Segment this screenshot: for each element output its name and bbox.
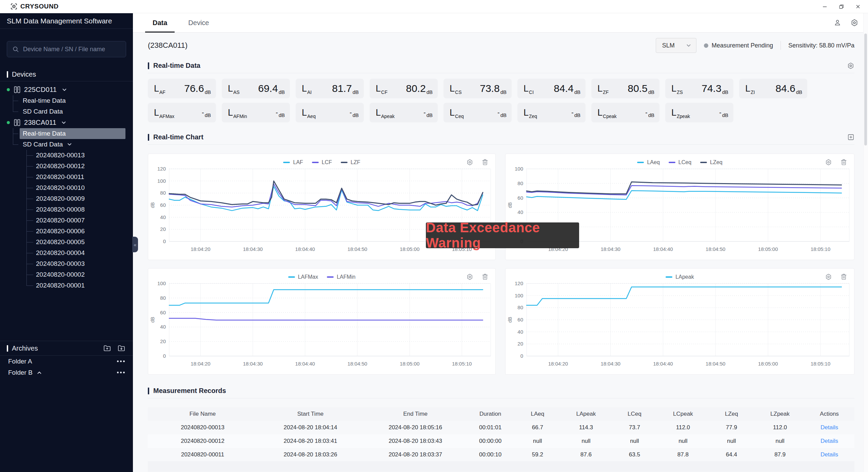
device-node-225CD011[interactable]: 225CD011 — [0, 84, 133, 95]
device-child-real-time-data[interactable]: Real-time Data — [13, 95, 133, 106]
file-item[interactable]: 20240820-00013 — [26, 150, 133, 161]
folder-more-icon[interactable] — [117, 372, 125, 373]
window-titlebar: CRYSOUND — [0, 0, 868, 13]
chevron-down-icon[interactable] — [67, 142, 72, 147]
svg-text:dB: dB — [150, 317, 155, 322]
file-item[interactable]: 20240820-00008 — [26, 204, 133, 215]
window-controls — [822, 4, 861, 9]
search-icon — [13, 46, 19, 53]
legend-item-LAeq[interactable]: LAeq — [637, 159, 659, 165]
chart-delete-icon[interactable] — [481, 273, 489, 280]
chart-delete-icon[interactable] — [840, 159, 847, 166]
archive-folder[interactable]: Folder A — [0, 356, 133, 367]
scrollbar-track[interactable] — [863, 13, 868, 472]
chart-delete-icon[interactable] — [840, 273, 847, 280]
file-item[interactable]: 20240820-00006 — [26, 226, 133, 237]
chevron-down-icon[interactable] — [61, 120, 66, 125]
crysound-logo-icon — [10, 3, 18, 10]
svg-text:100: 100 — [157, 178, 166, 184]
chart-legend: LAeq LCeq LZeq — [506, 159, 854, 165]
series-LAF — [169, 186, 483, 211]
file-item[interactable]: 20240820-00012 — [26, 161, 133, 172]
legend-item-LAF[interactable]: LAF — [283, 159, 303, 165]
legend-item-LApeak[interactable]: LApeak — [666, 274, 694, 280]
file-item[interactable]: 20240820-00011 — [26, 172, 133, 182]
column-header-start-time: Start Time — [257, 407, 363, 421]
scrollbar-thumb[interactable] — [864, 34, 867, 145]
chevron-up-icon[interactable] — [37, 370, 42, 375]
chart-settings-icon[interactable] — [466, 159, 473, 166]
legend-item-LCeq[interactable]: LCeq — [669, 159, 691, 165]
user-icon[interactable] — [833, 19, 842, 27]
series-LCF — [169, 184, 483, 207]
minimize-button[interactable] — [822, 4, 827, 9]
metric-label: LZF — [597, 83, 609, 94]
import-folder-icon[interactable] — [117, 344, 125, 352]
tab-data[interactable]: Data — [145, 13, 175, 32]
legend-item-LAFMin[interactable]: LAFMin — [327, 274, 355, 280]
chart-settings-icon[interactable] — [825, 273, 832, 280]
file-item[interactable]: 20240820-00005 — [26, 237, 133, 248]
file-item[interactable]: 20240820-00004 — [26, 248, 133, 258]
metric-card-LAI: LAI 81.7dB — [296, 79, 364, 98]
metric-cards-row1: LAF 76.6dB LAS 69.4dB LAI 81.7dB LCF 80.… — [148, 79, 854, 98]
column-header-lzeq: LZeq — [707, 407, 756, 421]
archive-folder[interactable]: Folder B — [0, 367, 133, 378]
legend-swatch — [669, 162, 675, 163]
sidebar-collapse-handle[interactable]: « — [132, 237, 138, 252]
table-cell: 2024-08-20 18:03:37 — [363, 448, 467, 461]
close-button[interactable] — [855, 4, 861, 9]
status-dot — [704, 43, 708, 48]
settings-icon[interactable] — [850, 19, 859, 27]
mode-select[interactable]: SLM — [656, 38, 696, 53]
svg-text:100: 100 — [515, 293, 523, 298]
legend-swatch — [341, 162, 348, 163]
section-accent-bar — [148, 62, 149, 69]
section-accent-bar — [148, 134, 149, 141]
file-item[interactable]: 20240820-00001 — [26, 280, 133, 291]
table-cell: null — [707, 434, 756, 448]
details-link[interactable]: Details — [821, 438, 838, 444]
chart-delete-icon[interactable] — [481, 159, 489, 166]
device-search-input[interactable]: Device Name / SN / File name — [7, 41, 126, 57]
new-folder-icon[interactable] — [103, 344, 111, 352]
device-node-238CA011[interactable]: 238CA011 — [0, 117, 133, 128]
archive-folder-list: Folder A Folder B — [0, 356, 133, 378]
device-child-real-time-data[interactable]: Real-time Data — [13, 128, 133, 139]
realtime-data-settings-icon[interactable] — [847, 62, 854, 70]
file-item[interactable]: 20240820-00007 — [26, 215, 133, 226]
file-item[interactable]: 20240820-00009 — [26, 193, 133, 204]
chart-settings-icon[interactable] — [825, 159, 832, 166]
column-header-file-name: File Name — [148, 407, 257, 421]
legend-item-LZeq[interactable]: LZeq — [700, 159, 722, 165]
metric-value: 76.6dB — [184, 83, 211, 94]
add-chart-icon[interactable] — [847, 134, 854, 141]
legend-item-LCF[interactable]: LCF — [312, 159, 332, 165]
metric-card-LAFMin: LAFMin -dB — [222, 103, 290, 122]
metric-label: LAF — [154, 83, 165, 94]
device-child-sd-card-data[interactable]: SD Card Data — [13, 106, 133, 117]
folder-more-icon[interactable] — [117, 360, 125, 362]
chevron-down-icon[interactable] — [62, 87, 67, 93]
svg-text:18:04:30: 18:04:30 — [600, 361, 620, 367]
legend-item-LZF[interactable]: LZF — [341, 159, 360, 165]
measurement-status: Measurement Pending — [704, 42, 773, 49]
sidebar: SLM Data Management Software Device Name… — [0, 13, 133, 472]
details-link[interactable]: Details — [821, 451, 838, 458]
brand-name: CRYSOUND — [20, 3, 59, 10]
series-LApeak — [527, 287, 842, 305]
series-LAFMax — [169, 290, 483, 305]
restore-button[interactable] — [839, 4, 844, 9]
svg-text:18:04:50: 18:04:50 — [348, 246, 367, 252]
chart-settings-icon[interactable] — [466, 273, 473, 280]
svg-text:18:05:10: 18:05:10 — [452, 361, 472, 367]
file-item[interactable]: 20240820-00010 — [26, 182, 133, 193]
details-link[interactable]: Details — [821, 424, 838, 431]
device-child-sd-card-data[interactable]: SD Card Data — [13, 139, 133, 150]
tab-device[interactable]: Device — [181, 13, 216, 32]
svg-text:18:05:00: 18:05:00 — [400, 361, 419, 367]
file-item[interactable]: 20240820-00003 — [26, 258, 133, 269]
legend-item-LAFMax[interactable]: LAFMax — [288, 274, 318, 280]
file-item[interactable]: 20240820-00002 — [26, 269, 133, 280]
device-tree: 225CD011 Real-time Data SD Card Data 238… — [0, 81, 133, 291]
